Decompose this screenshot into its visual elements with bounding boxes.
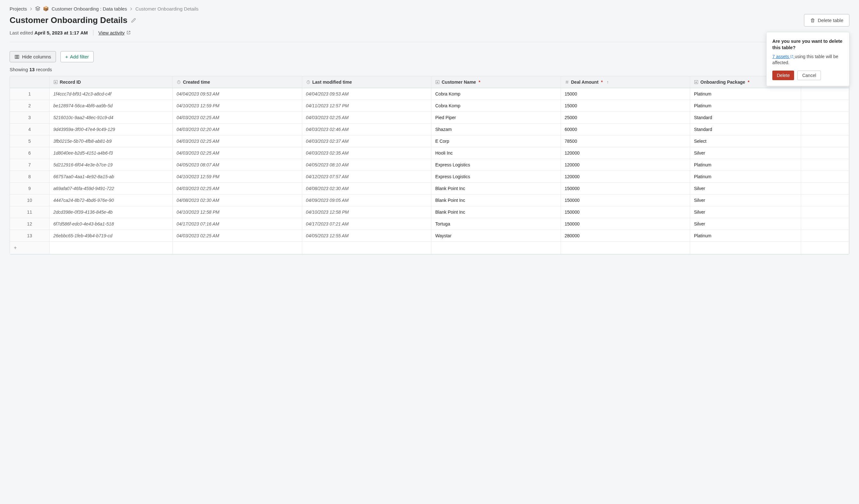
- table-row[interactable]: 75d212916-6f04-4e3e-b7ce-1904/05/2023 08…: [10, 159, 849, 171]
- cell-record-id[interactable]: 2dcd398e-0f39-4136-845e-4b: [49, 206, 172, 218]
- cell-package[interactable]: Platinum: [690, 230, 801, 242]
- cell-created[interactable]: 04/08/2023 02:30 AM: [173, 194, 302, 206]
- cell-created[interactable]: 04/10/2023 12:59 PM: [173, 100, 302, 112]
- cell-created[interactable]: 04/05/2023 08:07 AM: [173, 159, 302, 171]
- cell-amount[interactable]: 15000: [561, 100, 690, 112]
- cell-package[interactable]: Silver: [690, 147, 801, 159]
- cell-customer[interactable]: E Corp: [432, 136, 561, 147]
- table-row[interactable]: 112dcd398e-0f39-4136-845e-4b04/10/2023 1…: [10, 206, 849, 218]
- cell-customer[interactable]: Waystar: [432, 230, 561, 242]
- cell-modified[interactable]: 04/12/2023 07:57 AM: [302, 171, 432, 183]
- table-row[interactable]: 1326ebbc65-1feb-49b4-b719-cd04/03/2023 0…: [10, 230, 849, 242]
- table-row[interactable]: 49d43959a-3f00-47e4-9c49-12904/03/2023 0…: [10, 124, 849, 136]
- cell-package[interactable]: Standard: [690, 112, 801, 124]
- cell-created[interactable]: 04/03/2023 02:25 AM: [173, 136, 302, 147]
- cell-package[interactable]: Platinum: [690, 159, 801, 171]
- cell-amount[interactable]: 280000: [561, 230, 690, 242]
- cell-customer[interactable]: Cobra Komp: [432, 88, 561, 100]
- column-header-amount[interactable]: Deal Amount* ↑: [561, 76, 690, 88]
- column-header-modified[interactable]: Last modified time: [302, 76, 432, 88]
- cell-package[interactable]: Platinum: [690, 171, 801, 183]
- cell-record-id[interactable]: 26ebbc65-1feb-49b4-b719-cd: [49, 230, 172, 242]
- cell-amount[interactable]: 150000: [561, 206, 690, 218]
- cell-modified[interactable]: 04/05/2023 12:55 AM: [302, 230, 432, 242]
- cell-modified[interactable]: 04/03/2023 02:37 AM: [302, 136, 432, 147]
- cell-amount[interactable]: 150000: [561, 194, 690, 206]
- cell-amount[interactable]: 120000: [561, 159, 690, 171]
- cell-created[interactable]: 04/10/2023 12:59 PM: [173, 171, 302, 183]
- cell-record-id[interactable]: 9d43959a-3f00-47e4-9c49-129: [49, 124, 172, 136]
- cell-customer[interactable]: Express Logistics: [432, 171, 561, 183]
- cell-customer[interactable]: Express Logistics: [432, 159, 561, 171]
- hide-columns-button[interactable]: Hide columns: [10, 51, 56, 62]
- cell-customer[interactable]: Shazam: [432, 124, 561, 136]
- cell-customer[interactable]: Hooli Inc: [432, 147, 561, 159]
- cell-package[interactable]: Standard: [690, 124, 801, 136]
- cell-created[interactable]: 04/03/2023 02:25 AM: [173, 183, 302, 194]
- add-row[interactable]: +: [10, 242, 849, 254]
- table-row[interactable]: 9a69afa07-46fa-459d-9491-72204/03/2023 0…: [10, 183, 849, 194]
- column-header-created[interactable]: Created time: [173, 76, 302, 88]
- table-row[interactable]: 2be128974-56ca-4bf6-aa9b-5d04/10/2023 12…: [10, 100, 849, 112]
- cell-customer[interactable]: Blank Point Inc: [432, 206, 561, 218]
- cell-amount[interactable]: 120000: [561, 147, 690, 159]
- cell-amount[interactable]: 60000: [561, 124, 690, 136]
- cell-created[interactable]: 04/03/2023 02:25 AM: [173, 230, 302, 242]
- cell-record-id[interactable]: 1f4ccc7d-bf91-42c3-a8cd-c4f: [49, 88, 172, 100]
- cell-package[interactable]: Silver: [690, 206, 801, 218]
- cell-record-id[interactable]: 5d212916-6f04-4e3e-b7ce-19: [49, 159, 172, 171]
- cell-customer[interactable]: Pied Piper: [432, 112, 561, 124]
- cell-modified[interactable]: 04/10/2023 12:58 PM: [302, 206, 432, 218]
- confirm-delete-button[interactable]: Delete: [772, 70, 794, 80]
- cell-customer[interactable]: Blank Point Inc: [432, 194, 561, 206]
- cell-record-id[interactable]: a69afa07-46fa-459d-9491-722: [49, 183, 172, 194]
- breadcrumb-projects[interactable]: Projects: [10, 6, 27, 12]
- cell-amount[interactable]: 78500: [561, 136, 690, 147]
- cell-modified[interactable]: 04/08/2023 02:30 AM: [302, 183, 432, 194]
- delete-table-button[interactable]: Delete table: [804, 14, 849, 27]
- cell-customer[interactable]: Cobra Komp: [432, 100, 561, 112]
- cell-package[interactable]: Silver: [690, 218, 801, 230]
- cell-record-id[interactable]: 1d8040ee-b2d5-4151-a4b6-f3: [49, 147, 172, 159]
- cell-package[interactable]: Silver: [690, 194, 801, 206]
- cell-modified[interactable]: 04/03/2023 02:35 AM: [302, 147, 432, 159]
- cell-customer[interactable]: Blank Point Inc: [432, 183, 561, 194]
- cell-created[interactable]: 04/04/2023 09:53 AM: [173, 88, 302, 100]
- cell-modified[interactable]: 04/11/2023 12:57 PM: [302, 100, 432, 112]
- cell-record-id[interactable]: 3fb0215e-5b70-4fb8-ab81-b9: [49, 136, 172, 147]
- edit-icon[interactable]: [131, 18, 136, 23]
- cell-amount[interactable]: 150000: [561, 183, 690, 194]
- cell-record-id[interactable]: 5216010c-9aa2-48ec-91c9-d4: [49, 112, 172, 124]
- cell-record-id[interactable]: 66757aa0-4aa1-4e92-8a15-ab: [49, 171, 172, 183]
- cell-created[interactable]: 04/03/2023 02:25 AM: [173, 147, 302, 159]
- table-row[interactable]: 11f4ccc7d-bf91-42c3-a8cd-c4f04/04/2023 0…: [10, 88, 849, 100]
- cell-modified[interactable]: 04/03/2023 02:46 AM: [302, 124, 432, 136]
- cell-record-id[interactable]: 6f7d586f-edc0-4e43-b6a1-518: [49, 218, 172, 230]
- column-header-record-id[interactable]: A Record ID: [49, 76, 172, 88]
- cell-package[interactable]: Platinum: [690, 100, 801, 112]
- cell-created[interactable]: 04/17/2023 07:16 AM: [173, 218, 302, 230]
- cell-package[interactable]: Silver: [690, 183, 801, 194]
- cell-modified[interactable]: 04/03/2023 02:25 AM: [302, 112, 432, 124]
- table-row[interactable]: 53fb0215e-5b70-4fb8-ab81-b904/03/2023 02…: [10, 136, 849, 147]
- cell-amount[interactable]: 25000: [561, 112, 690, 124]
- cell-modified[interactable]: 04/17/2023 07:21 AM: [302, 218, 432, 230]
- table-row[interactable]: 61d8040ee-b2d5-4151-a4b6-f304/03/2023 02…: [10, 147, 849, 159]
- breadcrumb-project[interactable]: Customer Onboarding : Data tables: [51, 6, 127, 12]
- table-row[interactable]: 866757aa0-4aa1-4e92-8a15-ab04/10/2023 12…: [10, 171, 849, 183]
- table-row[interactable]: 126f7d586f-edc0-4e43-b6a1-51804/17/2023 …: [10, 218, 849, 230]
- table-row[interactable]: 35216010c-9aa2-48ec-91c9-d404/03/2023 02…: [10, 112, 849, 124]
- cell-created[interactable]: 04/10/2023 12:58 PM: [173, 206, 302, 218]
- cell-package[interactable]: Platinum: [690, 88, 801, 100]
- cell-modified[interactable]: 04/04/2023 09:53 AM: [302, 88, 432, 100]
- cell-modified[interactable]: 04/09/2023 09:05 AM: [302, 194, 432, 206]
- affected-assets-link[interactable]: 7 assets: [772, 54, 795, 59]
- column-header-customer[interactable]: A Customer Name*: [432, 76, 561, 88]
- cell-amount[interactable]: 15000: [561, 88, 690, 100]
- view-activity-link[interactable]: View activity: [99, 30, 131, 35]
- cell-created[interactable]: 04/03/2023 02:20 AM: [173, 124, 302, 136]
- cell-customer[interactable]: Tortuga: [432, 218, 561, 230]
- cell-amount[interactable]: 120000: [561, 171, 690, 183]
- cell-amount[interactable]: 150000: [561, 218, 690, 230]
- cancel-delete-button[interactable]: Cancel: [797, 70, 821, 80]
